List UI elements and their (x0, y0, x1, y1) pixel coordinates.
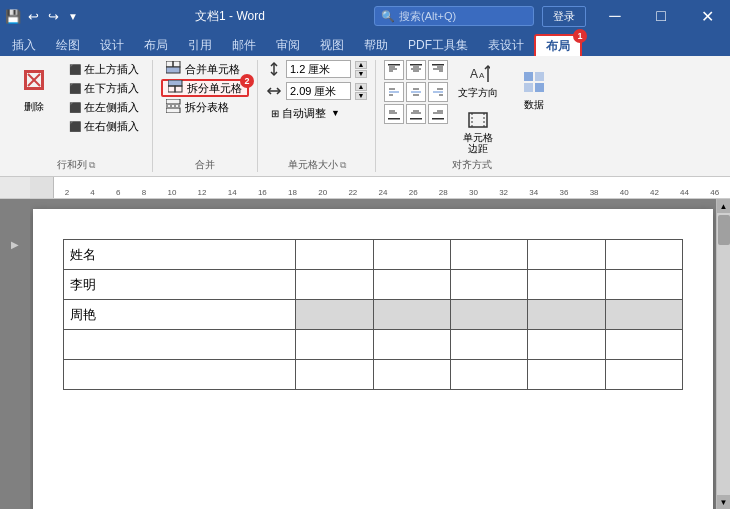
tab-references[interactable]: 引用 (178, 34, 222, 56)
table-cell-highlighted[interactable] (450, 300, 527, 330)
scroll-down-button[interactable]: ▼ (717, 495, 731, 509)
ruler-inner: 2468101214161820222426283032343638404244… (54, 177, 730, 198)
width-up-button[interactable]: ▲ (355, 83, 367, 91)
table-cell[interactable]: 姓名 (64, 240, 296, 270)
align-top-right-button[interactable] (428, 60, 448, 80)
table-cell[interactable] (64, 360, 296, 390)
search-box[interactable]: 🔍 搜索(Alt+Q) (374, 6, 534, 26)
insert-left-button[interactable]: ⬛ 在左侧插入 (64, 98, 144, 116)
align-middle-left-button[interactable] (384, 82, 404, 102)
rows-cols-expand-icon[interactable]: ⧉ (89, 160, 95, 171)
height-input[interactable] (286, 60, 351, 78)
table-cell-highlighted[interactable] (605, 300, 682, 330)
table-cell[interactable] (450, 360, 527, 390)
width-down-button[interactable]: ▼ (355, 92, 367, 100)
text-direction-group: A A 文字方向 单元格边距 (454, 60, 502, 156)
cell-size-expand-icon[interactable]: ⧉ (340, 160, 346, 171)
login-button[interactable]: 登录 (542, 6, 586, 27)
svg-text:A: A (470, 67, 478, 81)
height-icon (266, 61, 282, 77)
height-up-button[interactable]: ▲ (355, 61, 367, 69)
table-cell[interactable] (373, 360, 450, 390)
data-button[interactable]: 数据 (508, 60, 560, 118)
insert-below-button[interactable]: ⬛ 在下方插入 (64, 79, 144, 97)
ribbon: 删除 ⬛ 在上方插入 ⬛ 在下方插入 ⬛ 在左侧插入 ⬛ 在右侧插入 (0, 56, 730, 177)
table-cell-highlighted[interactable] (373, 300, 450, 330)
title-bar: 💾 ↩ ↪ ▼ 文档1 - Word 🔍 搜索(Alt+Q) 登录 ─ □ ✕ (0, 0, 730, 32)
table-cell[interactable] (450, 270, 527, 300)
tab-draw[interactable]: 绘图 (46, 34, 90, 56)
tab-layout[interactable]: 布局 1 (534, 34, 582, 56)
text-direction-button[interactable]: A A 文字方向 (454, 60, 502, 102)
table-cell[interactable] (450, 330, 527, 360)
align-bottom-right-button[interactable] (428, 104, 448, 124)
close-button[interactable]: ✕ (684, 0, 730, 32)
vertical-scrollbar[interactable]: ▲ ▼ (716, 199, 730, 509)
customize-icon[interactable]: ▼ (64, 7, 82, 25)
tab-review[interactable]: 审阅 (266, 34, 310, 56)
height-down-button[interactable]: ▼ (355, 70, 367, 78)
table-cell[interactable] (528, 360, 605, 390)
table-cell[interactable] (528, 330, 605, 360)
align-top-center-button[interactable] (406, 60, 426, 80)
table-cell[interactable] (450, 240, 527, 270)
tab-mail[interactable]: 邮件 (222, 34, 266, 56)
auto-fit-button[interactable]: ⊞ 自动调整 ▼ (266, 104, 345, 122)
cell-margin-button[interactable]: 单元格边距 (459, 106, 497, 156)
delete-button[interactable]: 删除 (8, 60, 60, 118)
insert-right-button[interactable]: ⬛ 在右侧插入 (64, 117, 144, 135)
row-arrow-icon: ▶ (11, 239, 19, 250)
table-cell[interactable] (296, 240, 373, 270)
svg-rect-21 (410, 64, 422, 66)
undo-icon[interactable]: ↩ (24, 7, 42, 25)
table-cell[interactable] (605, 330, 682, 360)
minimize-button[interactable]: ─ (592, 0, 638, 32)
table-cell[interactable] (373, 270, 450, 300)
align-middle-center-button[interactable] (406, 82, 426, 102)
table-cell[interactable] (605, 360, 682, 390)
table-cell[interactable] (528, 270, 605, 300)
table-cell[interactable] (296, 360, 373, 390)
tab-design[interactable]: 设计 (90, 34, 134, 56)
align-bottom-left-button[interactable] (384, 104, 404, 124)
tab-help[interactable]: 帮助 (354, 34, 398, 56)
auto-fit-icon: ⊞ (271, 108, 279, 119)
table-row: 李明 (64, 270, 683, 300)
maximize-button[interactable]: □ (638, 0, 684, 32)
split-table-button[interactable]: 拆分表格 (161, 98, 249, 116)
table-cell[interactable] (373, 240, 450, 270)
insert-above-button[interactable]: ⬛ 在上方插入 (64, 60, 144, 78)
insert-buttons: ⬛ 在上方插入 ⬛ 在下方插入 ⬛ 在左侧插入 ⬛ 在右侧插入 (64, 60, 144, 135)
align-bottom-center-button[interactable] (406, 104, 426, 124)
height-icon-group (266, 61, 282, 77)
table-cell[interactable] (296, 330, 373, 360)
align-top-left-button[interactable] (384, 60, 404, 80)
table-cell[interactable]: 周艳 (64, 300, 296, 330)
scroll-thumb[interactable] (718, 215, 730, 245)
table-cell[interactable] (64, 330, 296, 360)
table-cell-highlighted[interactable] (296, 300, 373, 330)
tab-layout-page[interactable]: 布局 (134, 34, 178, 56)
save-icon[interactable]: 💾 (4, 7, 22, 25)
table-cell[interactable] (528, 240, 605, 270)
table-cell-highlighted[interactable] (528, 300, 605, 330)
merge-cells-button[interactable]: 合并单元格 (161, 60, 249, 78)
tab-table-design[interactable]: 表设计 (478, 34, 534, 56)
table-cell[interactable] (605, 270, 682, 300)
auto-fit-dropdown-icon[interactable]: ▼ (331, 108, 340, 118)
table-cell[interactable] (605, 240, 682, 270)
merge-label: 合并 (195, 158, 215, 172)
table-cell[interactable]: 李明 (64, 270, 296, 300)
scroll-up-button[interactable]: ▲ (717, 199, 731, 213)
tab-insert[interactable]: 插入 (2, 34, 46, 56)
table-cell[interactable] (296, 270, 373, 300)
tab-view[interactable]: 视图 (310, 34, 354, 56)
width-spinners: ▲ ▼ (355, 83, 367, 100)
split-cells-button[interactable]: 拆分单元格 2 (161, 79, 249, 97)
width-input[interactable] (286, 82, 351, 100)
table-cell[interactable] (373, 330, 450, 360)
align-middle-right-button[interactable] (428, 82, 448, 102)
tab-pdf-tools[interactable]: PDF工具集 (398, 34, 478, 56)
document-table[interactable]: 姓名 李明 (63, 239, 683, 390)
redo-icon[interactable]: ↪ (44, 7, 62, 25)
